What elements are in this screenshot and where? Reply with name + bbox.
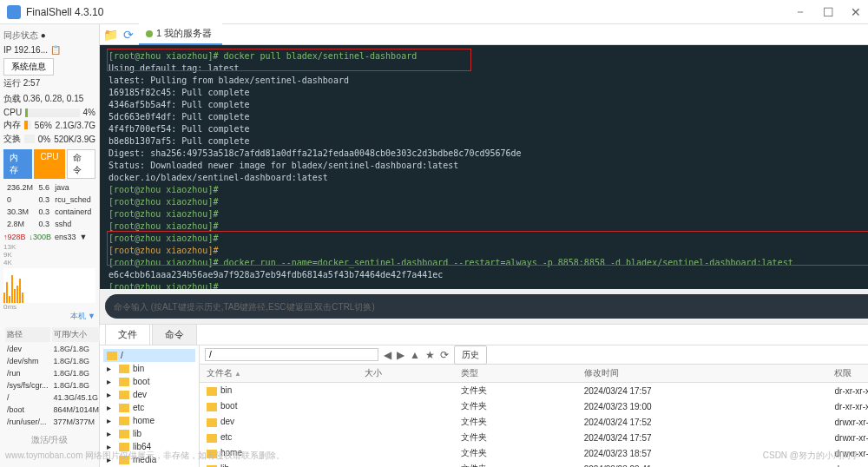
terminal-line: e6c4cbb61aaa234b56ae9a7f928a37eb94fdb681… — [108, 269, 868, 281]
tree-item[interactable]: ▸home — [103, 414, 195, 427]
chevron-down-icon[interactable]: ▼ — [80, 233, 88, 241]
terminal-line: latest: Pulling from bladex/sentinel-das… — [108, 75, 868, 87]
chevron-down-icon[interactable]: ▼ — [88, 312, 95, 320]
uptime-value: 2:57 — [23, 78, 40, 88]
path-input[interactable] — [205, 348, 378, 361]
tree-item[interactable]: ▸dev — [103, 388, 195, 401]
activate-link[interactable]: 激活/升级 — [31, 435, 69, 444]
system-info-button[interactable]: 系统信息 — [3, 58, 54, 76]
refresh-icon[interactable]: ⟳ — [440, 349, 449, 361]
folder-open-icon[interactable]: 📁 — [103, 28, 118, 42]
proc-row: 00.3rcu_sched — [5, 194, 94, 205]
net-down: ↓300B — [30, 233, 52, 241]
status-dot-icon — [146, 30, 153, 37]
cpu-pct: 4% — [83, 108, 95, 117]
file-row[interactable]: lib文件夹2024/03/23 20:41dr-xr-xr-xroot/roo… — [200, 461, 868, 467]
folder-icon — [207, 387, 217, 396]
disk-table: 路径可用/大小 /dev1.8G/1.8G /dev/shm1.8G/1.8G … — [3, 326, 102, 429]
terminal-line: [root@zhou xiaozhou]# — [108, 233, 868, 245]
file-row[interactable]: bin文件夹2024/03/24 17:57dr-xr-xr-xroot/roo… — [200, 383, 868, 399]
terminal-line: Status: Downloaded newer image for blade… — [108, 160, 868, 172]
terminal-line: 169185f82c45: Pull complete — [108, 87, 868, 99]
folder-icon — [119, 378, 129, 386]
local-label[interactable]: 本机 — [70, 312, 86, 320]
watermark-left: www.toymoban.com 网络图片仅供展示，非存储，如有侵权请联系删除。 — [5, 450, 285, 462]
folder-icon — [207, 418, 217, 427]
col-perm[interactable]: 权限 — [827, 365, 868, 383]
titlebar: FinalShell 4.3.10 － ☐ ✕ — [0, 0, 868, 24]
folder-icon — [207, 434, 217, 443]
sync-label: 同步状态 — [3, 30, 38, 40]
terminal-line: Using default tag: latest — [108, 62, 868, 75]
tab-files[interactable]: 文件 — [105, 324, 150, 345]
process-table: 236.2M5.6java 00.3rcu_sched 30.3M0.3cont… — [3, 181, 95, 231]
proc-row: 30.3M0.3containerd — [5, 207, 94, 217]
tab-commands[interactable]: 命令 — [152, 324, 197, 345]
col-mtime[interactable]: 修改时间 — [577, 365, 828, 383]
swap-label: 交换 — [3, 133, 21, 145]
terminal-line: [root@zhou xiaozhou]# docker run --name=… — [108, 257, 868, 269]
disk-row: /boot864M/1014M — [5, 405, 101, 415]
server-tab[interactable]: 1 我的服务器 — [139, 23, 222, 45]
minimize-icon[interactable]: － — [795, 7, 806, 17]
file-row[interactable]: etc文件夹2024/03/24 17:57drwxr-xr-xroot/roo… — [200, 430, 868, 445]
folder-icon — [107, 352, 117, 360]
folder-icon — [119, 430, 129, 438]
file-row[interactable]: boot文件夹2024/03/23 19:00dr-xr-xr-xroot/ro… — [200, 398, 868, 414]
folder-icon — [119, 391, 129, 399]
maximize-icon[interactable]: ☐ — [823, 7, 833, 17]
file-toolbar: ◀ ▶ ▲ ★ ⟳ 历史 — [200, 345, 868, 365]
star-icon[interactable]: ★ — [425, 349, 435, 361]
swap-pct: 0% — [38, 135, 50, 144]
tree-item[interactable]: ▸etc — [103, 401, 195, 414]
terminal-line: [root@zhou xiaozhou]# — [108, 208, 868, 220]
tab-cpu[interactable]: CPU — [34, 149, 64, 179]
terminal-line: 5dc663e0f4df: Pull complete — [108, 111, 868, 123]
tree-root[interactable]: / — [103, 349, 195, 362]
terminal-line: [root@zhou xiaozhou]# — [108, 220, 868, 233]
terminal[interactable]: [root@zhou xiaozhou]# docker pull bladex… — [100, 45, 868, 289]
terminal-line: 4f4fb700ef54: Pull complete — [108, 123, 868, 135]
terminal-line: [root@zhou xiaozhou]# — [108, 245, 868, 257]
ip-value: 192.16... — [14, 45, 48, 55]
net-up: ↑928B — [3, 233, 26, 241]
tree-item[interactable]: ▸bin — [103, 362, 195, 375]
copy-icon[interactable]: 📋 — [50, 45, 61, 55]
folder-icon — [119, 365, 129, 373]
up-icon[interactable]: ▲ — [410, 349, 420, 361]
file-tree: / ▸bin▸boot▸dev▸etc▸home▸lib▸lib64▸media — [100, 345, 200, 467]
tree-item[interactable]: ▸lib — [103, 427, 195, 440]
forward-icon[interactable]: ▶ — [397, 349, 404, 361]
app-icon — [7, 5, 21, 19]
col-name[interactable]: 文件名▲ — [200, 365, 358, 383]
tab-mem[interactable]: 内存 — [3, 149, 32, 179]
tab-bar: 📁 ⟳ 1 我的服务器 — [100, 24, 868, 45]
tree-item[interactable]: ▸boot — [103, 375, 195, 388]
folder-icon — [119, 404, 129, 412]
sidebar: 同步状态 ● IP 192.16... 📋 系统信息 运行 2:57 负载 0.… — [0, 24, 100, 467]
terminal-line: b8e8b1307af5: Pull complete — [108, 135, 868, 148]
proc-row: 236.2M5.6java — [5, 182, 94, 193]
disk-row: /dev/shm1.8G/1.8G — [5, 356, 101, 366]
disk-row: /sys/fs/cgr...1.8G/1.8G — [5, 380, 101, 391]
folder-icon — [119, 417, 129, 425]
command-input-bar: 命令输入 (按ALT键提示历史,TAB键路径,ESC键返回,双击CTRL切换) … — [105, 294, 868, 319]
back-icon[interactable]: ◀ — [384, 349, 391, 361]
net-iface: ens33 — [55, 233, 76, 241]
watermark-right: CSDN @努力的小周同学 — [763, 450, 859, 462]
uptime-label: 运行 — [3, 78, 21, 88]
refresh-icon[interactable]: ⟳ — [123, 28, 134, 42]
command-hint[interactable]: 命令输入 (按ALT键提示历史,TAB键路径,ESC键返回,双击CTRL切换) — [114, 301, 868, 313]
close-icon[interactable]: ✕ — [851, 7, 861, 17]
col-size[interactable]: 大小 — [358, 365, 454, 383]
tab-cmd[interactable]: 命令 — [67, 149, 95, 179]
bottom-panel: 文件 命令 / ▸bin▸boot▸dev▸etc▸home▸lib▸lib64… — [100, 324, 868, 467]
col-type[interactable]: 类型 — [454, 365, 577, 383]
terminal-line: 4346af5b5a4f: Pull complete — [108, 99, 868, 111]
file-row[interactable]: dev文件夹2024/03/24 17:52drwxr-xr-xroot/roo… — [200, 414, 868, 430]
terminal-line: Digest: sha256:49753a518c7afdd81a0dffa21… — [108, 148, 868, 160]
network-chart — [3, 268, 95, 303]
disk-row: /dev1.8G/1.8G — [5, 344, 101, 354]
file-history-button[interactable]: 历史 — [454, 345, 487, 365]
ip-label: IP — [3, 45, 11, 55]
